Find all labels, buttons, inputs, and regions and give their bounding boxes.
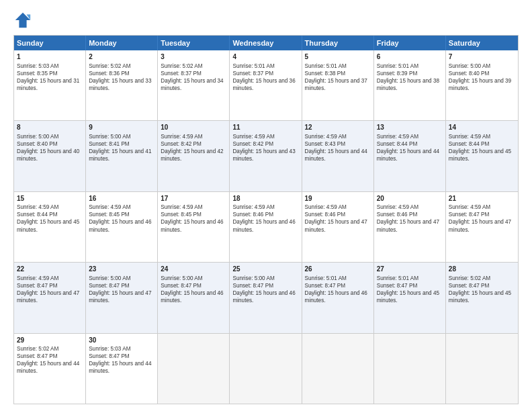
day-cell-28: 28Sunrise: 5:02 AMSunset: 8:47 PMDayligh…	[446, 263, 518, 332]
day-cell-9: 9Sunrise: 5:00 AMSunset: 8:41 PMDaylight…	[86, 121, 158, 191]
day-number: 29	[17, 336, 83, 345]
day-info: Sunrise: 5:02 AMSunset: 8:36 PMDaylight:…	[89, 63, 151, 91]
day-info: Sunrise: 4:59 AMSunset: 8:42 PMDaylight:…	[161, 134, 223, 162]
day-number: 9	[89, 123, 154, 132]
empty-cell	[230, 334, 302, 404]
day-info: Sunrise: 4:59 AMSunset: 8:42 PMDaylight:…	[232, 134, 295, 162]
empty-cell	[446, 334, 518, 404]
day-number: 5	[305, 52, 371, 62]
header-day-saturday: Saturday	[446, 36, 518, 50]
day-cell-24: 24Sunrise: 5:00 AMSunset: 8:47 PMDayligh…	[158, 263, 230, 332]
day-cell-1: 1Sunrise: 5:03 AMSunset: 8:35 PMDaylight…	[14, 50, 86, 120]
header	[13, 11, 519, 30]
day-cell-7: 7Sunrise: 5:00 AMSunset: 8:40 PMDaylight…	[446, 50, 518, 120]
day-cell-21: 21Sunrise: 4:59 AMSunset: 8:47 PMDayligh…	[446, 192, 518, 262]
day-cell-18: 18Sunrise: 4:59 AMSunset: 8:46 PMDayligh…	[230, 192, 302, 262]
day-info: Sunrise: 4:59 AMSunset: 8:47 PMDaylight:…	[17, 275, 79, 304]
day-info: Sunrise: 5:03 AMSunset: 8:47 PMDaylight:…	[89, 346, 151, 374]
day-info: Sunrise: 5:01 AMSunset: 8:47 PMDaylight:…	[377, 275, 439, 304]
day-number: 22	[17, 265, 83, 274]
day-info: Sunrise: 5:02 AMSunset: 8:47 PMDaylight:…	[17, 346, 79, 374]
day-number: 4	[232, 52, 298, 62]
day-info: Sunrise: 5:00 AMSunset: 8:47 PMDaylight:…	[89, 275, 151, 304]
day-number: 17	[161, 194, 226, 203]
day-number: 18	[232, 194, 298, 203]
day-info: Sunrise: 4:59 AMSunset: 8:46 PMDaylight:…	[305, 204, 367, 232]
logo-icon	[13, 11, 32, 30]
header-day-monday: Monday	[86, 36, 158, 50]
day-cell-15: 15Sunrise: 4:59 AMSunset: 8:44 PMDayligh…	[14, 192, 86, 262]
calendar: SundayMondayTuesdayWednesdayThursdayFrid…	[13, 35, 519, 404]
header-day-wednesday: Wednesday	[230, 36, 302, 50]
day-info: Sunrise: 5:00 AMSunset: 8:40 PMDaylight:…	[17, 134, 79, 162]
day-info: Sunrise: 4:59 AMSunset: 8:46 PMDaylight:…	[232, 204, 295, 232]
day-info: Sunrise: 5:01 AMSunset: 8:47 PMDaylight:…	[305, 275, 367, 304]
header-day-friday: Friday	[374, 36, 446, 50]
header-day-tuesday: Tuesday	[158, 36, 230, 50]
day-cell-14: 14Sunrise: 4:59 AMSunset: 8:44 PMDayligh…	[446, 121, 518, 191]
day-cell-8: 8Sunrise: 5:00 AMSunset: 8:40 PMDaylight…	[14, 121, 86, 191]
day-info: Sunrise: 5:02 AMSunset: 8:47 PMDaylight:…	[449, 275, 511, 304]
day-cell-11: 11Sunrise: 4:59 AMSunset: 8:42 PMDayligh…	[230, 121, 302, 191]
day-info: Sunrise: 5:02 AMSunset: 8:37 PMDaylight:…	[161, 63, 223, 91]
day-number: 19	[305, 194, 371, 203]
day-cell-30: 30Sunrise: 5:03 AMSunset: 8:47 PMDayligh…	[86, 334, 158, 404]
day-cell-3: 3Sunrise: 5:02 AMSunset: 8:37 PMDaylight…	[158, 50, 230, 120]
day-cell-4: 4Sunrise: 5:01 AMSunset: 8:37 PMDaylight…	[230, 50, 302, 120]
calendar-row-2: 8Sunrise: 5:00 AMSunset: 8:40 PMDaylight…	[14, 120, 518, 191]
day-number: 21	[449, 194, 515, 203]
day-info: Sunrise: 5:00 AMSunset: 8:40 PMDaylight:…	[449, 63, 511, 91]
day-cell-23: 23Sunrise: 5:00 AMSunset: 8:47 PMDayligh…	[86, 263, 158, 332]
day-number: 28	[449, 265, 515, 274]
page: SundayMondayTuesdayWednesdayThursdayFrid…	[0, 0, 532, 411]
day-number: 27	[377, 265, 443, 274]
day-number: 12	[305, 123, 371, 132]
day-info: Sunrise: 4:59 AMSunset: 8:44 PMDaylight:…	[377, 134, 439, 162]
day-cell-22: 22Sunrise: 4:59 AMSunset: 8:47 PMDayligh…	[14, 263, 86, 332]
day-number: 1	[17, 52, 83, 62]
day-info: Sunrise: 5:01 AMSunset: 8:37 PMDaylight:…	[232, 63, 295, 91]
calendar-body: 1Sunrise: 5:03 AMSunset: 8:35 PMDaylight…	[14, 50, 518, 404]
day-info: Sunrise: 4:59 AMSunset: 8:44 PMDaylight:…	[17, 204, 79, 232]
day-info: Sunrise: 4:59 AMSunset: 8:43 PMDaylight:…	[305, 134, 367, 162]
day-cell-10: 10Sunrise: 4:59 AMSunset: 8:42 PMDayligh…	[158, 121, 230, 191]
day-cell-6: 6Sunrise: 5:01 AMSunset: 8:39 PMDaylight…	[374, 50, 446, 120]
day-info: Sunrise: 4:59 AMSunset: 8:46 PMDaylight:…	[377, 204, 439, 232]
day-number: 7	[449, 52, 515, 62]
day-number: 13	[377, 123, 443, 132]
logo	[13, 11, 35, 30]
day-number: 8	[17, 123, 83, 132]
day-cell-17: 17Sunrise: 4:59 AMSunset: 8:45 PMDayligh…	[158, 192, 230, 262]
day-number: 24	[161, 265, 226, 274]
day-number: 14	[449, 123, 515, 132]
day-info: Sunrise: 5:00 AMSunset: 8:41 PMDaylight:…	[89, 134, 151, 162]
day-cell-26: 26Sunrise: 5:01 AMSunset: 8:47 PMDayligh…	[302, 263, 374, 332]
calendar-row-5: 29Sunrise: 5:02 AMSunset: 8:47 PMDayligh…	[14, 333, 518, 404]
day-info: Sunrise: 5:03 AMSunset: 8:35 PMDaylight:…	[17, 63, 79, 91]
empty-cell	[158, 334, 230, 404]
day-number: 25	[232, 265, 298, 274]
day-cell-19: 19Sunrise: 4:59 AMSunset: 8:46 PMDayligh…	[302, 192, 374, 262]
header-day-thursday: Thursday	[302, 36, 374, 50]
day-cell-29: 29Sunrise: 5:02 AMSunset: 8:47 PMDayligh…	[14, 334, 86, 404]
day-number: 3	[161, 52, 226, 62]
day-info: Sunrise: 4:59 AMSunset: 8:45 PMDaylight:…	[89, 204, 151, 232]
day-number: 15	[17, 194, 83, 203]
calendar-header: SundayMondayTuesdayWednesdayThursdayFrid…	[14, 36, 518, 50]
empty-cell	[302, 334, 374, 404]
day-number: 10	[161, 123, 226, 132]
day-cell-20: 20Sunrise: 4:59 AMSunset: 8:46 PMDayligh…	[374, 192, 446, 262]
header-day-sunday: Sunday	[14, 36, 86, 50]
day-cell-12: 12Sunrise: 4:59 AMSunset: 8:43 PMDayligh…	[302, 121, 374, 191]
day-number: 30	[89, 336, 154, 345]
calendar-row-3: 15Sunrise: 4:59 AMSunset: 8:44 PMDayligh…	[14, 191, 518, 262]
day-number: 20	[377, 194, 443, 203]
day-cell-13: 13Sunrise: 4:59 AMSunset: 8:44 PMDayligh…	[374, 121, 446, 191]
day-info: Sunrise: 5:00 AMSunset: 8:47 PMDaylight:…	[161, 275, 223, 304]
calendar-row-1: 1Sunrise: 5:03 AMSunset: 8:35 PMDaylight…	[14, 50, 518, 120]
day-number: 26	[305, 265, 371, 274]
day-number: 2	[89, 52, 154, 62]
day-info: Sunrise: 4:59 AMSunset: 8:44 PMDaylight:…	[449, 134, 511, 162]
day-cell-5: 5Sunrise: 5:01 AMSunset: 8:38 PMDaylight…	[302, 50, 374, 120]
day-info: Sunrise: 5:01 AMSunset: 8:38 PMDaylight:…	[305, 63, 367, 91]
